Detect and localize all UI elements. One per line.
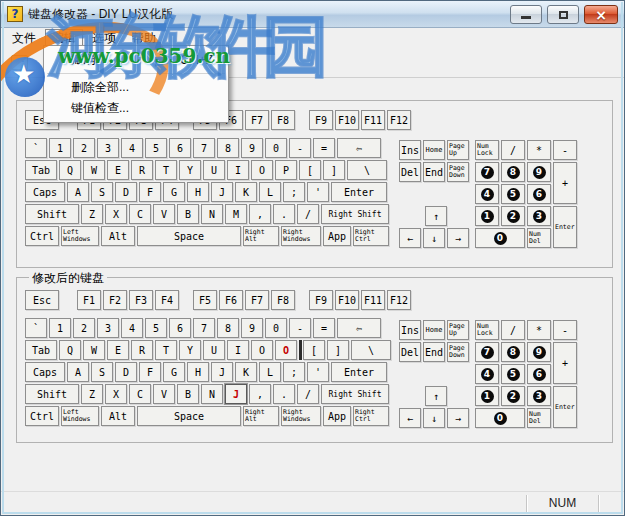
key-0[interactable]: 0	[265, 138, 287, 158]
key-w[interactable]: W	[83, 340, 105, 360]
key-3[interactable]: 3	[97, 318, 119, 338]
key-f11[interactable]: F11	[361, 290, 385, 310]
key-ins[interactable]: Ins	[399, 140, 421, 160]
key-t[interactable]: T	[155, 340, 177, 360]
key-period[interactable]: .	[273, 384, 295, 404]
key-comma[interactable]: ,	[249, 204, 271, 224]
key-7[interactable]: 7	[475, 162, 499, 182]
key-left-windows[interactable]: Left Windows	[61, 406, 99, 426]
key-f[interactable]: F	[139, 182, 161, 202]
key-f8[interactable]: F8	[271, 290, 295, 310]
key-enter[interactable]: Enter	[331, 362, 387, 382]
key-alt[interactable]: Alt	[101, 226, 135, 246]
key-q[interactable]: Q	[59, 340, 81, 360]
key-num-del[interactable]: Num Del	[527, 228, 551, 248]
key-minus[interactable]: -	[553, 320, 577, 340]
key-2[interactable]: 2	[501, 206, 525, 226]
key-page-up[interactable]: Page Up	[447, 320, 469, 340]
key-5[interactable]: 5	[145, 138, 167, 158]
key-u[interactable]: U	[203, 160, 225, 180]
key-tab[interactable]: Tab	[25, 160, 57, 180]
key-9[interactable]: 9	[241, 318, 263, 338]
key-v[interactable]: V	[153, 204, 175, 224]
key-apostrophe[interactable]: '	[307, 182, 329, 202]
key-7[interactable]: 7	[193, 138, 215, 158]
key-3[interactable]: 3	[527, 206, 551, 226]
key-ctrl[interactable]: Ctrl	[25, 226, 59, 246]
key-home[interactable]: Home	[423, 140, 445, 160]
key-semicolon[interactable]: ;	[283, 182, 305, 202]
key-u[interactable]: U	[203, 340, 225, 360]
key-1[interactable]: 1	[49, 138, 71, 158]
key-enter[interactable]: Enter	[553, 206, 577, 248]
key-backtick[interactable]: `	[25, 318, 47, 338]
key-0[interactable]: 0	[475, 228, 525, 248]
key-app[interactable]: App	[323, 226, 351, 246]
key-slash[interactable]: /	[297, 204, 319, 224]
dropdown-item[interactable]: 删除全部...	[45, 77, 227, 98]
key-1[interactable]: 1	[49, 318, 71, 338]
key-a[interactable]: A	[67, 362, 89, 382]
key-n[interactable]: N	[201, 204, 223, 224]
key-shift[interactable]: Shift	[25, 384, 79, 404]
key-e[interactable]: E	[107, 340, 129, 360]
key-d[interactable]: D	[115, 362, 137, 382]
key-2[interactable]: 2	[73, 318, 95, 338]
key-c[interactable]: C	[129, 204, 151, 224]
key-j[interactable]: J	[225, 384, 247, 404]
key-x[interactable]: X	[105, 204, 127, 224]
key-9[interactable]: 9	[241, 138, 263, 158]
key-b[interactable]: B	[177, 204, 199, 224]
key-f10[interactable]: F10	[335, 110, 359, 130]
key-num-lock[interactable]: Num Lock	[475, 140, 499, 160]
key-4[interactable]: 4	[121, 138, 143, 158]
key-space[interactable]: Space	[137, 406, 241, 426]
key-f4[interactable]: F4	[155, 290, 179, 310]
key-f12[interactable]: F12	[387, 290, 411, 310]
key-i[interactable]: I	[227, 340, 249, 360]
key-end[interactable]: End	[423, 342, 445, 362]
key-right-shift[interactable]: Right Shift	[321, 384, 389, 404]
key-g[interactable]: G	[163, 182, 185, 202]
key-a[interactable]: A	[67, 182, 89, 202]
key-m[interactable]: M	[225, 204, 247, 224]
key-c[interactable]: C	[129, 384, 151, 404]
key-home[interactable]: Home	[423, 320, 445, 340]
key-r[interactable]: R	[131, 340, 153, 360]
key-esc[interactable]: Esc	[25, 290, 59, 310]
key-w[interactable]: W	[83, 160, 105, 180]
key-s[interactable]: S	[91, 182, 113, 202]
close-button[interactable]: ×	[584, 5, 618, 24]
key-num-del[interactable]: Num Del	[527, 408, 551, 428]
key-right-windows[interactable]: Right Windows	[281, 226, 321, 246]
key-g[interactable]: G	[163, 362, 185, 382]
key-y[interactable]: Y	[179, 160, 201, 180]
key-num-lock[interactable]: Num Lock	[475, 320, 499, 340]
key-space[interactable]: Space	[137, 226, 241, 246]
key-right-shift[interactable]: Right Shift	[321, 204, 389, 224]
key-y[interactable]: Y	[179, 340, 201, 360]
key-2[interactable]: 2	[73, 138, 95, 158]
key-arrow-up[interactable]: ↑	[425, 206, 447, 226]
key-4[interactable]: 4	[475, 184, 499, 204]
key-6[interactable]: 6	[527, 364, 551, 384]
key-z[interactable]: Z	[81, 384, 103, 404]
key-4[interactable]: 4	[121, 318, 143, 338]
key-arrow-left[interactable]: ←	[399, 408, 421, 428]
key-minus[interactable]: -	[553, 140, 577, 160]
key-5[interactable]: 5	[145, 318, 167, 338]
key-period[interactable]: .	[273, 204, 295, 224]
key-f9[interactable]: F9	[309, 110, 333, 130]
key-plus[interactable]: +	[553, 162, 577, 204]
key-plus[interactable]: +	[553, 342, 577, 384]
key-equals[interactable]: =	[313, 318, 335, 338]
key-f6[interactable]: F6	[219, 290, 243, 310]
key-2[interactable]: 2	[501, 386, 525, 406]
key-app[interactable]: App	[323, 406, 351, 426]
key-enter[interactable]: Enter	[553, 386, 577, 428]
key-apostrophe[interactable]: '	[307, 362, 329, 382]
key-backslash[interactable]: \	[351, 340, 391, 360]
key-k[interactable]: K	[235, 182, 257, 202]
key-8[interactable]: 8	[217, 138, 239, 158]
key-h[interactable]: H	[187, 362, 209, 382]
